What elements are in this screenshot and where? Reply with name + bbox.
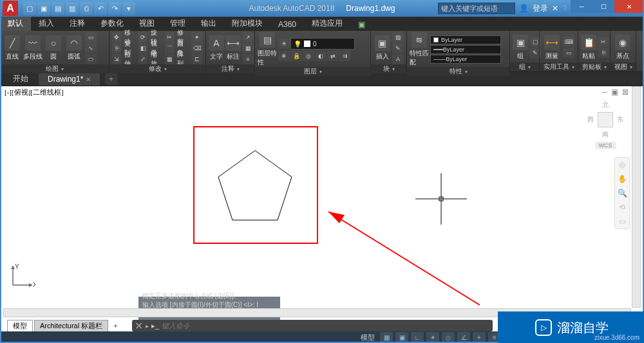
clip-copy-icon[interactable]: ⎘ [598, 48, 609, 58]
qat-undo-icon[interactable]: ↶ [94, 2, 107, 15]
match-props-tool[interactable]: ≋特性匹配 [410, 32, 429, 67]
panel-modify-label[interactable]: 修改▾ [109, 64, 205, 73]
signin-icon[interactable]: 👤 [519, 4, 529, 13]
qat-more-icon[interactable]: ▾ [122, 2, 135, 15]
login-link[interactable]: 登录 [533, 3, 548, 14]
app-icon[interactable]: A [3, 1, 18, 16]
table-icon[interactable]: ▦ [242, 43, 254, 53]
panel-block-label[interactable]: 块▾ [371, 64, 406, 73]
panel-util-label[interactable]: 实用工具▾ [540, 62, 578, 71]
paste-tool[interactable]: 📋粘贴 [581, 35, 596, 60]
scale-icon[interactable]: ⤢ [138, 54, 147, 64]
help-icon[interactable]: ? [562, 4, 567, 13]
tab-default[interactable]: 默认 [0, 16, 31, 31]
panel-props-label[interactable]: 特性▾ [407, 67, 509, 76]
close-button[interactable]: ✕ [614, 0, 644, 13]
tab-insert[interactable]: 插入 [31, 16, 62, 31]
layer-state-icon[interactable]: ☀ [278, 39, 290, 49]
tab-focus-icon[interactable]: ▣ [350, 18, 373, 31]
panel-annot-label[interactable]: 注释▾ [206, 64, 254, 73]
file-tab-add-button[interactable]: + [105, 73, 118, 85]
array-icon[interactable]: ▦ [165, 54, 174, 64]
leader-icon[interactable]: ↗ [242, 32, 254, 42]
qat-open-icon[interactable]: ▣ [37, 2, 50, 15]
tab-featured[interactable]: 精选应用 [304, 16, 350, 31]
measure-tool[interactable]: ⟷测量 [542, 35, 562, 60]
layer-freeze-icon[interactable]: ❄ [278, 51, 290, 61]
polyline-tool[interactable]: 〰多段线 [23, 35, 43, 61]
panel-clip-label[interactable]: 剪贴板▾ [578, 62, 610, 71]
erase-icon[interactable]: ⌫ [191, 43, 203, 53]
command-line[interactable]: ✕ ▸ ▸_ [132, 320, 493, 331]
linetype-combo[interactable]: ─── ByLayer [430, 55, 501, 64]
qat-new-icon[interactable]: ▢ [23, 2, 36, 15]
layer-walk-icon[interactable]: ⇉ [339, 51, 351, 61]
move-icon[interactable]: ✥ [112, 32, 121, 42]
ellipse-icon[interactable]: ⬭ [85, 54, 97, 64]
layer-combo[interactable]: 💡 0 [290, 38, 355, 50]
osnap-toggle-icon[interactable]: ◇ [442, 332, 455, 342]
dimension-tool[interactable]: ⟷标注 [225, 35, 241, 61]
copy-icon[interactable]: ⎘ [112, 43, 121, 53]
ortho-toggle-icon[interactable]: ∟ [411, 332, 424, 342]
qat-save-icon[interactable]: ▤ [52, 2, 64, 15]
mtext-icon[interactable]: ≡ [242, 54, 254, 64]
calc-icon[interactable]: ⌨ [563, 37, 574, 47]
lineweight-combo[interactable]: ━━━ ByLayer [430, 45, 501, 54]
insert-block-tool[interactable]: ▣插入 [374, 35, 391, 61]
group-tool[interactable]: ▣组 [513, 35, 528, 60]
exchange-icon[interactable]: ✕ [552, 4, 558, 13]
qat-plot-icon[interactable]: ⎙ [80, 2, 93, 15]
rotate-icon[interactable]: ⟳ [138, 32, 147, 42]
block-create-icon[interactable]: ▧ [392, 32, 404, 42]
panel-view-label[interactable]: 视图▾ [611, 62, 636, 71]
explode-icon[interactable]: ✦ [191, 32, 203, 42]
maximize-button[interactable]: ☐ [592, 0, 614, 13]
tab-addins[interactable]: 附加模块 [224, 16, 270, 31]
layer-off-icon[interactable]: ◐ [315, 51, 327, 61]
basepoint-tool[interactable]: ◉基点 [613, 35, 632, 60]
file-tab-drawing1[interactable]: Drawing1* ✕ [39, 73, 100, 86]
drawing-canvas[interactable]: [-][俯视][二维线框] ─ ▣ ⊠ 北 西 东 南 WCS ◎ ✋ 🔍 ⟲ … [3, 86, 631, 308]
arc-tool[interactable]: ◠圆弧 [64, 35, 84, 61]
circle-tool[interactable]: ○圆 [44, 35, 63, 61]
dyn-input-icon[interactable]: + [473, 332, 486, 342]
file-tab-close-icon[interactable]: ✕ [86, 76, 91, 83]
block-attr-icon[interactable]: A [392, 54, 404, 64]
file-tab-start[interactable]: 开始 [4, 71, 37, 86]
command-input[interactable] [162, 322, 490, 329]
fillet-icon[interactable]: ⌒ [165, 43, 174, 53]
tab-a360[interactable]: A360 [270, 18, 304, 31]
scrollbar-vertical[interactable] [632, 86, 641, 308]
text-tool[interactable]: A文字 [209, 35, 224, 61]
rect-icon[interactable]: ▭ [85, 32, 97, 42]
layer-lock-icon[interactable]: 🔒 [290, 51, 302, 61]
cmd-close-icon[interactable]: ✕ [135, 320, 143, 332]
status-model[interactable]: 模型 [358, 333, 377, 342]
spline-icon[interactable]: ∿ [85, 43, 97, 53]
offset-icon[interactable]: ⊏ [191, 54, 203, 64]
layer-match-icon[interactable]: ⇄ [327, 51, 339, 61]
tab-annotate[interactable]: 注释 [62, 16, 93, 31]
select-icon[interactable]: ▭ [563, 48, 574, 58]
line-tool[interactable]: ╱直线 [3, 35, 22, 61]
layer-iso-icon[interactable]: ◎ [303, 51, 314, 61]
panel-group-label[interactable]: 组▾ [510, 62, 539, 71]
cmd-history-icon[interactable]: ▸ [146, 322, 149, 329]
snap-toggle-icon[interactable]: ▣ [395, 332, 408, 342]
qat-redo-icon[interactable]: ↷ [108, 2, 121, 15]
block-edit-icon[interactable]: ✎ [392, 43, 404, 53]
minimize-button[interactable]: ─ [571, 0, 592, 13]
grid-toggle-icon[interactable]: ▦ [380, 332, 393, 342]
qat-saveas-icon[interactable]: ▥ [66, 2, 79, 15]
cut-icon[interactable]: ✂ [598, 37, 609, 47]
color-combo[interactable]: ByLayer [430, 35, 501, 44]
stretch-icon[interactable]: ⇲ [112, 54, 121, 64]
trim-icon[interactable]: ✂ [165, 32, 174, 42]
otrack-toggle-icon[interactable]: ∠ [457, 332, 470, 342]
tab-output[interactable]: 输出 [193, 16, 224, 31]
layer-props-tool[interactable]: ▤图层特性 [258, 32, 277, 67]
polar-toggle-icon[interactable]: ✴ [426, 332, 439, 342]
search-box[interactable]: 键入关键字或短语 [438, 3, 515, 14]
panel-draw-label[interactable]: 绘图▾ [0, 64, 109, 73]
